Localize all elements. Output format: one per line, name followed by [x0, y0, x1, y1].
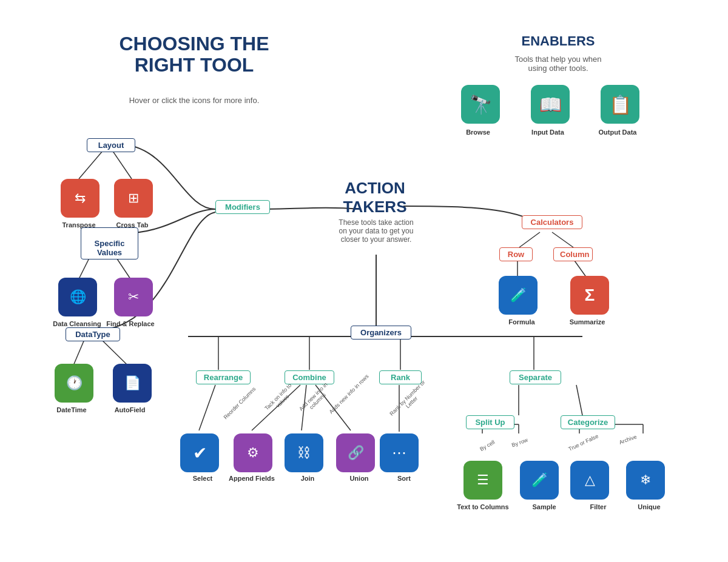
union-icon[interactable]: 🔗 [336, 433, 375, 472]
action-takers-title: ACTION TAKERS [320, 179, 430, 216]
unique-icon[interactable]: ❄ [626, 461, 665, 500]
archive-desc: Archive [618, 433, 638, 446]
join-label: Join [283, 475, 332, 482]
sample-icon[interactable]: 🧪 [520, 461, 559, 500]
find-replace-label: Find & Replace [106, 320, 155, 327]
filter-icon[interactable]: △ [570, 461, 609, 500]
rearrange-desc: Reorder Columns [220, 384, 259, 423]
input-data-label: Input Data [524, 129, 572, 136]
subtitle: Hover or click the icons for more info. [103, 96, 285, 105]
page: CHOOSING THE RIGHT TOOL Hover or click t… [0, 0, 728, 562]
svg-line-4 [73, 338, 85, 367]
output-data-label: Output Data [593, 129, 642, 136]
specific-values-node[interactable]: Specific Values [81, 227, 138, 259]
by-cell-desc: By cell [479, 439, 496, 452]
output-data-icon[interactable]: 📋 [601, 85, 639, 124]
svg-line-12 [199, 385, 215, 430]
categorize-node[interactable]: Categorize [561, 415, 615, 429]
data-cleansing-icon[interactable]: 🌐 [58, 278, 97, 316]
data-cleansing-label: Data Cleansing [50, 320, 104, 327]
datetime-icon[interactable]: 🕐 [55, 364, 93, 403]
summarize-label: Summarize [563, 318, 612, 326]
row-node[interactable]: Row [499, 247, 533, 261]
join-icon[interactable]: ⛓ [285, 433, 323, 472]
datetime-label: DateTime [47, 406, 96, 413]
crosstab-icon[interactable]: ⊞ [114, 179, 153, 218]
filter-label: Filter [574, 503, 622, 510]
transpose-icon[interactable]: ⇆ [61, 179, 99, 218]
layout-node[interactable]: Layout [87, 138, 135, 152]
summarize-icon[interactable]: Σ [570, 276, 609, 315]
union-label: Union [335, 475, 383, 482]
split-up-node[interactable]: Split Up [466, 415, 514, 429]
select-icon[interactable]: ✔ [180, 433, 219, 472]
sample-label: Sample [520, 503, 568, 510]
append-fields-label: Append Fields [224, 475, 279, 482]
main-title: CHOOSING THE RIGHT TOOL [103, 33, 285, 76]
text-to-columns-icon[interactable]: ☰ [463, 461, 502, 500]
autofield-label: AutoField [106, 406, 154, 413]
svg-line-26 [552, 232, 573, 247]
formula-label: Formula [497, 318, 546, 326]
true-or-false-desc: True or False [567, 433, 599, 452]
formula-icon[interactable]: 🧪 [499, 276, 538, 315]
action-takers-sub: These tools take action on your data to … [309, 218, 443, 244]
append-fields-icon[interactable]: ⚙ [234, 433, 272, 472]
sort-icon[interactable]: ⋯ [380, 433, 419, 472]
svg-line-0 [79, 150, 103, 179]
browse-icon[interactable]: 🔭 [461, 85, 500, 124]
enablers-subtitle: Tools that help you when using other too… [461, 55, 655, 73]
separate-node[interactable]: Separate [510, 370, 561, 384]
input-data-icon[interactable]: 📖 [531, 85, 570, 124]
svg-line-25 [519, 232, 540, 247]
unique-label: Unique [625, 503, 673, 510]
enablers-title: ENABLERS [461, 33, 655, 49]
svg-line-5 [100, 338, 129, 367]
text-to-columns-label: Text to Columns [454, 503, 512, 510]
calculators-node[interactable]: Calculators [522, 215, 582, 229]
browse-label: Browse [454, 129, 502, 136]
rank-node[interactable]: Rank [379, 370, 422, 384]
svg-line-1 [112, 150, 132, 179]
sort-label: Sort [380, 475, 428, 482]
autofield-icon[interactable]: 📄 [113, 364, 152, 403]
by-row-desc: By row [511, 437, 528, 449]
svg-line-28 [575, 261, 587, 278]
datatype-node[interactable]: DataType [66, 327, 120, 341]
rearrange-node[interactable]: Rearrange [196, 370, 251, 384]
modifiers-node[interactable]: Modifiers [215, 200, 270, 214]
select-label: Select [178, 475, 227, 482]
find-replace-icon[interactable]: ✂ [114, 278, 153, 316]
svg-line-18 [576, 385, 582, 415]
organizers-node[interactable]: Organizers [351, 326, 411, 340]
column-node[interactable]: Column [553, 247, 593, 261]
